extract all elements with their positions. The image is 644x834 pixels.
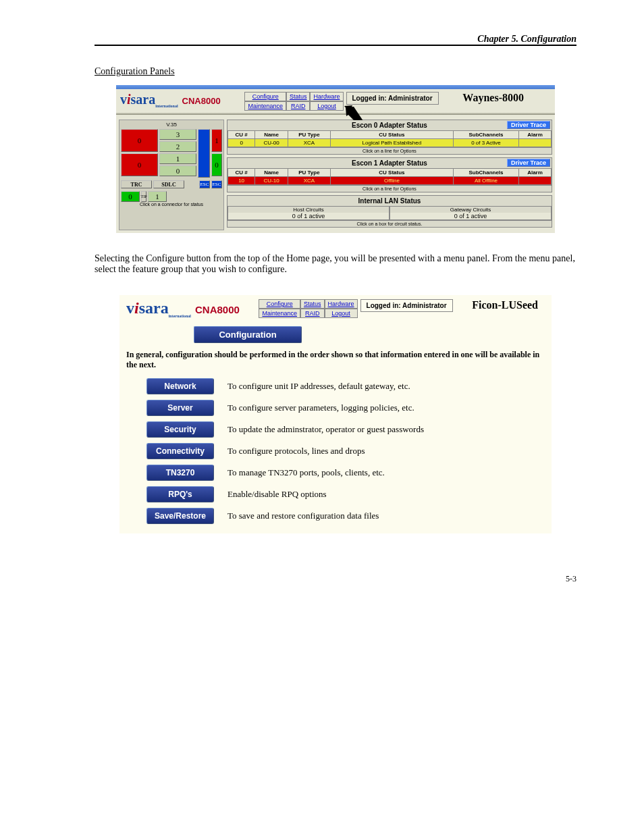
nav-status[interactable]: Status xyxy=(286,92,311,101)
tip-label: TIP xyxy=(141,191,146,202)
lan-title: Internal LAN Status xyxy=(227,196,552,206)
cfg-connectivity-button[interactable]: Connectivity xyxy=(146,443,214,459)
visara-logo: visarainternational xyxy=(120,92,178,108)
logged-in: Logged in: Administrator xyxy=(346,92,439,105)
config-menu: NetworkTo configure unit IP addresses, d… xyxy=(140,375,431,527)
cfg-server-desc: To configure server parameters, logging … xyxy=(221,397,431,419)
escon1-row[interactable]: 10 CU-10 XCA Offline All Offline xyxy=(228,177,552,185)
cfg-saverestore-desc: To save and restore configuration data f… xyxy=(221,505,431,527)
nav-configure[interactable]: Configure xyxy=(244,92,286,101)
trc-label: TRC xyxy=(121,180,152,188)
escon1-title: Escon 1 Adapter Status xyxy=(352,159,427,167)
escon1-hint: Click on a line for Options xyxy=(227,185,552,192)
conn-1[interactable]: 1 xyxy=(159,153,196,164)
nav-links: Configure Status Hardware Maintenance RA… xyxy=(244,92,343,111)
cfg-rpq-desc: Enable/disable RPQ options xyxy=(221,484,431,505)
header-rule xyxy=(95,45,576,46)
nav-logout[interactable]: Logout xyxy=(310,101,343,111)
escon1-panel: Escon 1 Adapter Status Driver Trace CU #… xyxy=(227,157,552,192)
nav2-raid[interactable]: RAID xyxy=(300,309,325,318)
conn-blue[interactable] xyxy=(198,129,210,178)
driver-trace-button-1[interactable]: Driver Trace xyxy=(507,159,550,167)
cfg-server-button[interactable]: Server xyxy=(146,400,214,416)
logged-in-2: Logged in: Administrator xyxy=(360,299,453,312)
cfg-tn3270-desc: To manage TN3270 ports, pools, clients, … xyxy=(221,462,431,484)
nav-hardware[interactable]: Hardware xyxy=(310,92,343,101)
explain-paragraph: Selecting the Configure button from the … xyxy=(95,253,576,275)
configuration-note: In general, configuration should be perf… xyxy=(119,350,552,375)
product-name-2: CNA8000 xyxy=(195,304,240,315)
product-name: CNA8000 xyxy=(182,96,221,106)
escon1-table: CU # Name PU Type CU Status SubChannels … xyxy=(227,168,552,185)
sdlc-label: SDLC xyxy=(153,180,184,188)
conn-3[interactable]: 3 xyxy=(159,129,196,140)
escon0-hint: Click on a line for Options xyxy=(227,147,552,154)
cfg-saverestore-button[interactable]: Save/Restore xyxy=(146,508,214,524)
configuration-heading: Configuration xyxy=(194,326,302,343)
host-circuits-v[interactable]: 0 of 1 active xyxy=(228,213,389,219)
cfg-network-desc: To configure unit IP addresses, default … xyxy=(221,375,431,397)
gw-circuits-v[interactable]: 0 of 1 active xyxy=(390,213,551,219)
node-name-2: Ficon-LUSeed xyxy=(472,299,538,311)
cfg-security-desc: To update the adminstrator, operator or … xyxy=(221,419,431,440)
lan-panel: Internal LAN Status Host Circuits 0 of 1… xyxy=(227,195,552,228)
esc-label-2: ESC xyxy=(211,180,222,188)
nav-raid[interactable]: RAID xyxy=(286,101,311,111)
connector-map: V.35 0 0 3 2 1 0 1 xyxy=(119,120,224,230)
esc-label-1: ESC xyxy=(199,180,210,188)
screenshot-home-status: visarainternational CNA8000 Configure St… xyxy=(116,85,555,233)
escon0-row[interactable]: 0 CU-00 XCA Logical Path Established 0 o… xyxy=(228,139,552,147)
node-name: Waynes-8000 xyxy=(462,92,524,104)
nav2-status[interactable]: Status xyxy=(300,299,325,309)
page-number: 5-3 xyxy=(95,574,576,584)
escon0-table: CU # Name PU Type CU Status SubChannels … xyxy=(227,130,552,147)
screenshot-configuration-menu: visarainternational CNA8000 Configure St… xyxy=(119,295,552,533)
conn-bot-0[interactable]: 0 xyxy=(121,191,140,202)
driver-trace-button-0[interactable]: Driver Trace xyxy=(507,121,550,129)
section-title: Configuration Panels xyxy=(95,66,576,77)
gw-circuits-h: Gateway Circuits xyxy=(390,207,551,213)
nav2-maintenance[interactable]: Maintenance xyxy=(259,309,300,318)
lan-hint: Click on a box for circuit status. xyxy=(227,220,552,227)
escon0-title: Escon 0 Adapter Status xyxy=(352,122,427,129)
nav2-hardware[interactable]: Hardware xyxy=(325,299,358,309)
cfg-tn3270-button[interactable]: TN3270 xyxy=(146,465,214,481)
conn-0[interactable]: 0 xyxy=(159,165,196,176)
nav-maintenance[interactable]: Maintenance xyxy=(244,101,286,111)
host-circuits-h: Host Circuits xyxy=(228,207,389,213)
nav2-configure[interactable]: Configure xyxy=(259,299,300,309)
nav-links-2: Configure Status Hardware Maintenance RA… xyxy=(259,299,357,318)
visara-logo-2: visarainternational xyxy=(126,299,191,318)
connector-hint: Click on a connector for status xyxy=(121,202,222,207)
nav2-logout[interactable]: Logout xyxy=(325,309,358,318)
chapter-header: Chapter 5. Configuration xyxy=(95,34,576,45)
conn-2[interactable]: 2 xyxy=(159,141,196,152)
conn-red-0a[interactable]: 0 xyxy=(121,129,158,152)
conn-green-0[interactable]: 0 xyxy=(211,153,222,176)
cfg-network-button[interactable]: Network xyxy=(146,378,214,394)
cfg-security-button[interactable]: Security xyxy=(146,421,214,438)
conn-red-0b[interactable]: 0 xyxy=(121,153,158,176)
conn-red-1[interactable]: 1 xyxy=(211,129,222,152)
escon0-panel: Escon 0 Adapter Status Driver Trace CU #… xyxy=(227,120,552,155)
conn-bot-1[interactable]: 1 xyxy=(148,191,167,202)
cfg-connectivity-desc: To configure protocols, lines and drops xyxy=(221,440,431,462)
v35-label: V.35 xyxy=(121,122,222,128)
cfg-rpq-button[interactable]: RPQ's xyxy=(146,486,214,502)
